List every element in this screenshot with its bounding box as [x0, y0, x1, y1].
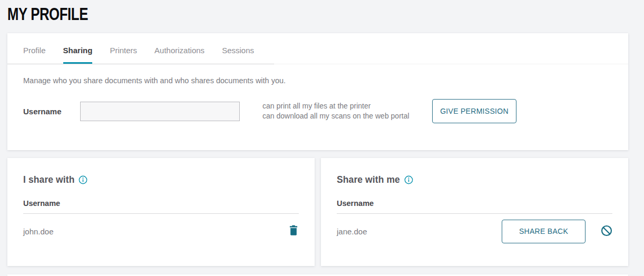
i-share-with-card: I share with Username john.doe: [7, 158, 315, 266]
sharing-panel: Profile Sharing Printers Authorizations …: [7, 33, 628, 150]
permission-line-2: can download all my scans on the web por…: [262, 111, 415, 121]
info-icon[interactable]: [404, 175, 413, 184]
share-back-button[interactable]: SHARE BACK: [502, 220, 586, 243]
page-title: MY PROFILE: [7, 5, 504, 24]
give-permission-button[interactable]: GIVE PERMISSION: [432, 99, 516, 123]
tab-printers[interactable]: Printers: [110, 46, 137, 64]
permission-description: can print all my files at the printer ca…: [262, 101, 415, 121]
i-share-with-title: I share with: [23, 174, 74, 185]
permission-line-1: can print all my files at the printer: [262, 101, 415, 111]
sharing-cards: I share with Username john.doe: [7, 158, 628, 266]
info-icon[interactable]: [79, 175, 87, 184]
give-permission-form: Username can print all my files at the p…: [23, 99, 612, 123]
block-share-button[interactable]: [601, 225, 612, 238]
tab-bar: Profile Sharing Printers Authorizations …: [7, 33, 628, 64]
shared-username: john.doe: [23, 227, 54, 236]
username-input[interactable]: [80, 102, 240, 121]
tab-authorizations[interactable]: Authorizations: [154, 46, 204, 64]
shared-username: jane.doe: [337, 227, 367, 236]
tab-profile[interactable]: Profile: [23, 46, 46, 64]
ban-icon: [601, 225, 612, 238]
share-with-me-title: Share with me: [337, 174, 400, 185]
username-label: Username: [23, 107, 80, 116]
trash-icon: [288, 224, 299, 238]
username-column-header: Username: [337, 199, 612, 208]
share-with-me-card: Share with me Username jane.doe SHARE BA…: [321, 158, 628, 266]
sharing-description: Manage who you share documents with and …: [23, 76, 612, 85]
tab-sharing[interactable]: Sharing: [63, 46, 93, 64]
username-column-header: Username: [23, 199, 299, 208]
table-row: john.doe: [23, 214, 299, 249]
table-row: jane.doe SHARE BACK: [337, 214, 612, 249]
tab-sessions[interactable]: Sessions: [222, 46, 254, 64]
delete-share-button[interactable]: [288, 224, 299, 238]
